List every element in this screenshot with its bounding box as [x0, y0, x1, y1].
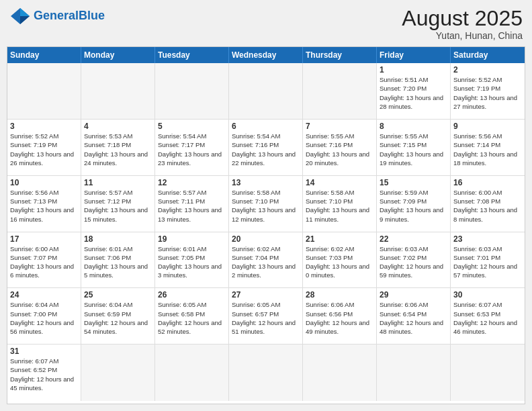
table-row: 9Sunrise: 5:56 AMSunset: 7:14 PMDaylight…	[451, 120, 525, 176]
day-number: 27	[232, 290, 300, 300]
table-row: 28Sunrise: 6:06 AMSunset: 6:56 PMDayligh…	[303, 288, 377, 345]
sun-info: Sunrise: 6:01 AMSunset: 7:06 PMDaylight:…	[84, 244, 152, 280]
table-row: 12Sunrise: 5:57 AMSunset: 7:11 PMDayligh…	[155, 176, 229, 232]
table-row: 14Sunrise: 5:58 AMSunset: 7:10 PMDayligh…	[303, 176, 377, 232]
table-row: 24Sunrise: 6:04 AMSunset: 7:00 PMDayligh…	[7, 288, 81, 345]
table-row: 30Sunrise: 6:07 AMSunset: 6:53 PMDayligh…	[451, 288, 525, 345]
table-row: 17Sunrise: 6:00 AMSunset: 7:07 PMDayligh…	[7, 232, 81, 289]
day-number: 15	[380, 178, 447, 187]
day-number: 4	[84, 122, 152, 131]
sun-info: Sunrise: 5:57 AMSunset: 7:12 PMDaylight:…	[84, 188, 152, 224]
weekday-friday: Friday	[377, 47, 451, 63]
sun-info: Sunrise: 6:02 AMSunset: 7:04 PMDaylight:…	[232, 244, 300, 280]
day-number: 19	[158, 234, 226, 244]
table-row	[229, 345, 303, 401]
table-row: 31Sunrise: 6:07 AMSunset: 6:52 PMDayligh…	[7, 345, 81, 401]
sun-info: Sunrise: 6:06 AMSunset: 6:54 PMDaylight:…	[380, 300, 447, 336]
sun-info: Sunrise: 5:53 AMSunset: 7:18 PMDaylight:…	[84, 132, 152, 167]
sun-info: Sunrise: 5:56 AMSunset: 7:13 PMDaylight:…	[10, 188, 78, 224]
table-row: 8Sunrise: 5:55 AMSunset: 7:15 PMDaylight…	[377, 120, 451, 176]
sun-info: Sunrise: 6:07 AMSunset: 6:52 PMDaylight:…	[10, 357, 78, 392]
table-row	[81, 345, 155, 401]
logo: GeneralBlue	[9, 7, 105, 26]
weekday-monday: Monday	[81, 47, 155, 63]
sun-info: Sunrise: 5:55 AMSunset: 7:16 PMDaylight:…	[306, 132, 373, 167]
sun-info: Sunrise: 6:04 AMSunset: 6:59 PMDaylight:…	[84, 300, 152, 336]
table-row: 20Sunrise: 6:02 AMSunset: 7:04 PMDayligh…	[229, 232, 303, 289]
location: Yutan, Hunan, China	[402, 30, 523, 41]
table-row	[229, 63, 303, 120]
title-block: August 2025 Yutan, Hunan, China	[402, 7, 523, 41]
day-number: 26	[158, 290, 226, 300]
table-row: 10Sunrise: 5:56 AMSunset: 7:13 PMDayligh…	[7, 176, 81, 232]
svg-marker-1	[20, 8, 30, 16]
sun-info: Sunrise: 5:55 AMSunset: 7:15 PMDaylight:…	[380, 132, 447, 167]
day-number: 5	[158, 122, 226, 131]
table-row	[155, 345, 229, 401]
table-row: 18Sunrise: 6:01 AMSunset: 7:06 PMDayligh…	[81, 232, 155, 289]
day-number: 16	[453, 178, 522, 187]
weekday-tuesday: Tuesday	[155, 47, 229, 63]
sun-info: Sunrise: 5:51 AMSunset: 7:20 PMDaylight:…	[380, 75, 447, 111]
table-row: 25Sunrise: 6:04 AMSunset: 6:59 PMDayligh…	[81, 288, 155, 345]
weekday-sunday: Sunday	[7, 47, 81, 63]
sun-info: Sunrise: 5:52 AMSunset: 7:19 PMDaylight:…	[453, 75, 522, 111]
sun-info: Sunrise: 5:59 AMSunset: 7:09 PMDaylight:…	[380, 188, 447, 224]
sun-info: Sunrise: 5:52 AMSunset: 7:19 PMDaylight:…	[10, 132, 78, 167]
day-number: 25	[84, 290, 152, 300]
table-row: 21Sunrise: 6:02 AMSunset: 7:03 PMDayligh…	[303, 232, 377, 289]
sun-info: Sunrise: 6:01 AMSunset: 7:05 PMDaylight:…	[158, 244, 226, 280]
table-row: 6Sunrise: 5:54 AMSunset: 7:16 PMDaylight…	[229, 120, 303, 176]
sun-info: Sunrise: 6:04 AMSunset: 7:00 PMDaylight:…	[10, 300, 78, 336]
sun-info: Sunrise: 5:54 AMSunset: 7:17 PMDaylight:…	[158, 132, 226, 167]
weekday-saturday: Saturday	[451, 47, 525, 63]
logo-icon	[9, 7, 31, 26]
logo-text: GeneralBlue	[34, 9, 105, 23]
day-number: 23	[453, 234, 522, 244]
day-number: 12	[158, 178, 226, 187]
day-number: 6	[232, 122, 300, 131]
header: GeneralBlue August 2025 Yutan, Hunan, Ch…	[7, 7, 525, 41]
day-number: 10	[10, 178, 78, 187]
day-number: 29	[380, 290, 447, 300]
table-row	[155, 63, 229, 120]
table-row	[377, 345, 451, 401]
table-row	[7, 63, 81, 120]
sun-info: Sunrise: 5:56 AMSunset: 7:14 PMDaylight:…	[453, 132, 522, 167]
day-number: 24	[10, 290, 78, 300]
table-row: 4Sunrise: 5:53 AMSunset: 7:18 PMDaylight…	[81, 120, 155, 176]
calendar-body: 1Sunrise: 5:51 AMSunset: 7:20 PMDaylight…	[7, 63, 525, 401]
day-number: 22	[380, 234, 447, 244]
table-row: 23Sunrise: 6:03 AMSunset: 7:01 PMDayligh…	[451, 232, 525, 289]
sun-info: Sunrise: 6:03 AMSunset: 7:02 PMDaylight:…	[380, 244, 447, 280]
month-title: August 2025	[402, 7, 523, 30]
sun-info: Sunrise: 5:58 AMSunset: 7:10 PMDaylight:…	[306, 188, 373, 224]
sun-info: Sunrise: 6:05 AMSunset: 6:57 PMDaylight:…	[232, 300, 300, 336]
svg-marker-2	[20, 16, 30, 24]
day-number: 17	[10, 234, 78, 244]
sun-info: Sunrise: 6:03 AMSunset: 7:01 PMDaylight:…	[453, 244, 522, 280]
table-row: 26Sunrise: 6:05 AMSunset: 6:58 PMDayligh…	[155, 288, 229, 345]
calendar: Sunday Monday Tuesday Wednesday Thursday…	[7, 46, 525, 404]
sun-info: Sunrise: 6:00 AMSunset: 7:08 PMDaylight:…	[453, 188, 522, 224]
sun-info: Sunrise: 5:58 AMSunset: 7:10 PMDaylight:…	[232, 188, 300, 224]
table-row	[303, 345, 377, 401]
day-number: 2	[453, 65, 522, 75]
table-row: 16Sunrise: 6:00 AMSunset: 7:08 PMDayligh…	[451, 176, 525, 232]
sun-info: Sunrise: 6:02 AMSunset: 7:03 PMDaylight:…	[306, 244, 373, 280]
table-row: 27Sunrise: 6:05 AMSunset: 6:57 PMDayligh…	[229, 288, 303, 345]
logo-general: General	[34, 9, 79, 22]
day-number: 9	[453, 122, 522, 131]
table-row: 7Sunrise: 5:55 AMSunset: 7:16 PMDaylight…	[303, 120, 377, 176]
sun-info: Sunrise: 5:54 AMSunset: 7:16 PMDaylight:…	[232, 132, 300, 167]
day-number: 30	[453, 290, 522, 300]
day-number: 31	[10, 347, 78, 356]
table-row	[303, 63, 377, 120]
day-number: 11	[84, 178, 152, 187]
day-number: 28	[306, 290, 373, 300]
sun-info: Sunrise: 6:06 AMSunset: 6:56 PMDaylight:…	[306, 300, 373, 336]
table-row	[451, 345, 525, 401]
sun-info: Sunrise: 6:05 AMSunset: 6:58 PMDaylight:…	[158, 300, 226, 336]
day-number: 3	[10, 122, 78, 131]
day-number: 1	[380, 65, 447, 75]
